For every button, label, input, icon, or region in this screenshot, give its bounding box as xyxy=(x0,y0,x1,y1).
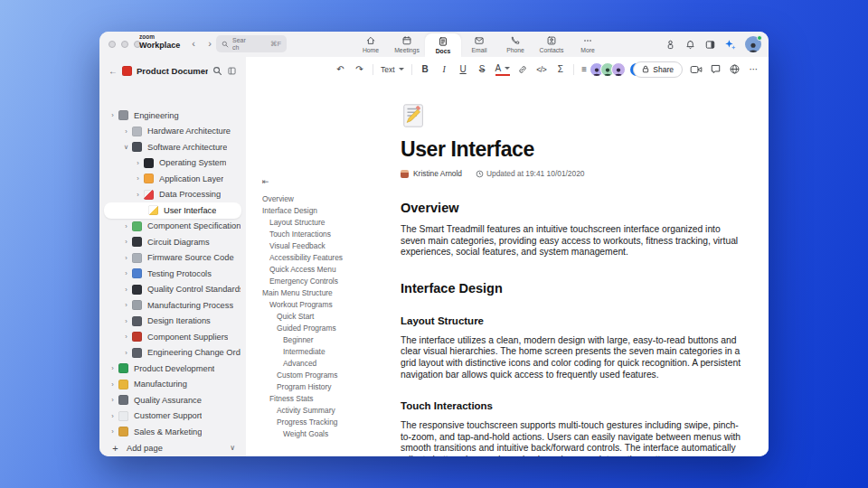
outline-item[interactable]: Beginner xyxy=(262,334,391,346)
tree-item[interactable]: ›Operating System xyxy=(99,155,246,172)
link-icon[interactable] xyxy=(517,64,528,75)
tree-item[interactable]: ›Component Specifications xyxy=(99,219,246,235)
tab-contacts[interactable]: Contacts xyxy=(533,32,570,57)
add-page-button[interactable]: + Add page ∨ xyxy=(99,440,246,456)
outline-item[interactable]: Guided Programs xyxy=(262,323,391,334)
outline-item[interactable]: Accessibility Features xyxy=(262,252,391,264)
collapse-sidebar-icon[interactable] xyxy=(227,66,237,76)
tree-item[interactable]: ›Firmware Source Code xyxy=(99,250,246,267)
sidebar-search-icon[interactable] xyxy=(212,66,222,76)
tree-item-user-interface[interactable]: User Interface xyxy=(104,202,241,219)
outline-item[interactable]: Emergency Controls xyxy=(262,276,391,287)
undo-button[interactable]: ↶ xyxy=(335,61,346,78)
text-color-dropdown[interactable]: A xyxy=(495,63,511,76)
outline-item[interactable]: Progress Tracking xyxy=(262,417,391,428)
tree-item[interactable]: ›Quality Assurance xyxy=(99,392,246,408)
paragraph-layout-structure[interactable]: The interface utilizes a clean, modern d… xyxy=(401,335,746,380)
tab-more[interactable]: More xyxy=(570,32,606,57)
tree-item[interactable]: ∨Software Architecture xyxy=(99,139,246,155)
mechanical-arm-icon xyxy=(132,300,142,310)
redo-button[interactable]: ↷ xyxy=(354,61,365,78)
underline-button[interactable]: U xyxy=(458,61,469,78)
outline-item[interactable]: Fitness Stats xyxy=(262,393,391,405)
outline-item[interactable]: Intermediate xyxy=(262,346,391,358)
share-button[interactable]: Share xyxy=(633,61,683,78)
tree-item[interactable]: ›Engineering Change Orders xyxy=(99,345,246,361)
clips-icon[interactable] xyxy=(665,39,676,51)
outline-item[interactable]: Touch Interactions xyxy=(262,229,391,240)
tree-item[interactable]: ›Testing Protocols xyxy=(99,266,246,282)
workspace-title[interactable]: Product Documenta... xyxy=(137,66,208,76)
tab-meetings[interactable]: Meetings xyxy=(389,32,425,57)
collaborator-avatar[interactable] xyxy=(611,62,626,77)
search-placeholder: Search xyxy=(232,37,247,51)
video-icon[interactable] xyxy=(690,64,703,75)
outline-item[interactable]: Main Menu Structure xyxy=(262,287,391,299)
equation-icon[interactable]: Σ xyxy=(554,61,566,78)
outline-item[interactable]: Visual Feedback xyxy=(262,240,391,252)
tree-item[interactable]: ›Manufacturing xyxy=(99,377,246,393)
keyboard-icon xyxy=(132,127,142,136)
outline-item[interactable]: Advanced xyxy=(262,358,391,370)
outline-item[interactable]: Workout Programs xyxy=(262,299,391,311)
history-forward-button[interactable]: › xyxy=(203,36,217,51)
tree-item[interactable]: ›Customer Support xyxy=(99,408,246,425)
code-icon[interactable]: </> xyxy=(535,61,547,78)
global-search-input[interactable]: Search ⌘F xyxy=(216,35,287,52)
outline-item[interactable]: Quick Start xyxy=(262,311,391,323)
outline-item[interactable]: Interface Design xyxy=(262,205,391,217)
tab-phone[interactable]: Phone xyxy=(497,32,533,57)
heading-overview: Overview xyxy=(401,201,746,215)
tab-home[interactable]: Home xyxy=(353,32,389,57)
phone-icon xyxy=(510,35,521,46)
outline-item[interactable]: Weight Goals xyxy=(262,428,391,440)
outline-item[interactable]: Activity Summary xyxy=(262,405,391,417)
panel-toggle-icon[interactable] xyxy=(704,39,716,51)
tree-item[interactable]: ›Sales & Marketing xyxy=(99,424,246,440)
tab-email[interactable]: Email xyxy=(461,32,497,57)
docs-icon xyxy=(438,36,448,47)
tree-item[interactable]: ›Hardware Architecture xyxy=(99,124,246,140)
outline-item[interactable]: Program History xyxy=(262,381,391,393)
chat-icon[interactable] xyxy=(710,63,722,75)
ai-companion-icon[interactable] xyxy=(724,38,737,51)
user-avatar[interactable] xyxy=(745,36,761,52)
tree-item[interactable]: ›Component Suppliers xyxy=(99,329,246,345)
close-window-button[interactable] xyxy=(108,41,116,48)
bold-button[interactable]: B xyxy=(420,61,431,78)
italic-button[interactable]: I xyxy=(439,61,450,78)
globe-icon[interactable] xyxy=(729,63,741,75)
strikethrough-button[interactable]: S xyxy=(476,61,488,78)
window-controls xyxy=(108,41,141,48)
tree-item[interactable]: ›Data Processing xyxy=(99,187,246,203)
document-area: ↶ ↷ Text B I U S A </> Σ ≡ + xyxy=(246,57,769,456)
collapse-outline-icon[interactable]: ⇤ xyxy=(262,177,391,186)
tree-item[interactable]: ›Engineering xyxy=(99,108,246,124)
chevron-down-icon[interactable]: ∨ xyxy=(230,444,235,452)
more-options-icon[interactable]: ⋯ xyxy=(748,61,760,78)
page-title: User Interface xyxy=(401,137,746,162)
tree-item[interactable]: ›Application Layer xyxy=(99,171,246,187)
paragraph-overview[interactable]: The Smart Treadmill features an intuitiv… xyxy=(401,224,746,258)
outline-item[interactable]: Quick Access Menu xyxy=(262,264,391,276)
tree-item[interactable]: ›Circuit Diagrams xyxy=(99,234,246,250)
tree-item[interactable]: ›Quality Control Standards xyxy=(99,282,246,298)
outline-item[interactable]: Custom Programs xyxy=(262,370,391,381)
mobile-phone-icon xyxy=(144,158,154,168)
minimize-window-button[interactable] xyxy=(121,41,128,48)
tree-item[interactable]: ›Manufacturing Process xyxy=(99,297,246,314)
tree-item[interactable]: ›Product Development xyxy=(99,361,246,377)
back-icon[interactable]: ← xyxy=(108,66,118,76)
notifications-bell-icon[interactable] xyxy=(684,39,696,51)
tab-docs[interactable]: Docs xyxy=(425,33,461,57)
document-outline: ⇤ Overview Interface Design Layout Struc… xyxy=(262,177,391,440)
tree-item[interactable]: ›Design Iterations xyxy=(99,314,246,330)
outline-item[interactable]: Layout Structure xyxy=(262,217,391,229)
outline-item[interactable]: Overview xyxy=(262,193,391,205)
email-icon xyxy=(474,35,485,46)
history-back-button[interactable]: ‹ xyxy=(186,36,201,51)
paragraph-touch-interactions[interactable]: The responsive touchscreen supports mult… xyxy=(401,420,746,456)
briefcase-icon xyxy=(118,427,128,436)
traffic-light-icon xyxy=(132,285,142,295)
text-style-dropdown[interactable]: Text xyxy=(381,61,404,78)
